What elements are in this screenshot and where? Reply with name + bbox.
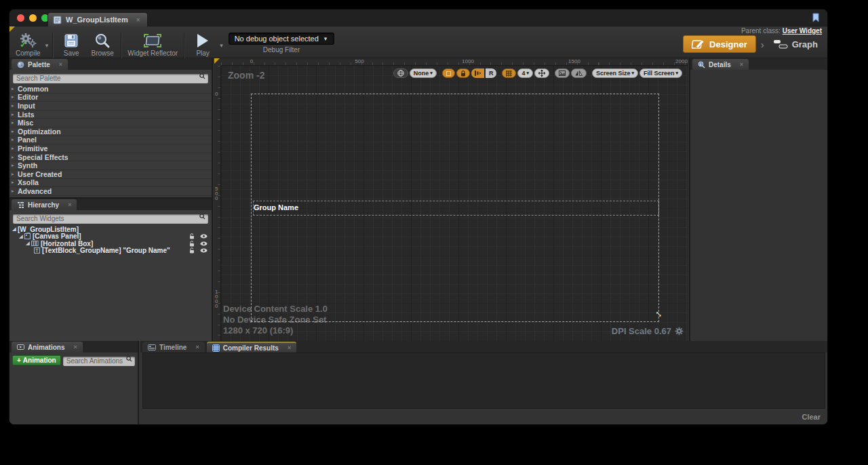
expander-icon[interactable]: ▸: [12, 163, 18, 168]
expander-icon[interactable]: ◢: [11, 226, 18, 232]
grid-size-dropdown[interactable]: 4▾: [517, 68, 533, 78]
expander-icon[interactable]: ▸: [12, 171, 18, 177]
palette-category-primitive[interactable]: ▸Primitive: [9, 144, 212, 153]
animations-tab[interactable]: Animations ×: [12, 342, 83, 352]
close-icon[interactable]: ×: [740, 61, 743, 68]
animations-panel: Animations × + Animation: [9, 341, 139, 424]
expander-icon[interactable]: ▸: [12, 94, 18, 100]
palette-category-synth[interactable]: ▸Synth: [9, 161, 212, 170]
palette-category-panel[interactable]: ▸Panel: [9, 136, 212, 145]
palette-category-user-created[interactable]: ▸User Created: [9, 170, 212, 179]
macos-minimize-button[interactable]: [29, 14, 37, 22]
screenshot-button[interactable]: [555, 68, 570, 78]
chevron-down-icon: ▾: [675, 70, 678, 76]
clear-button[interactable]: Clear: [802, 413, 821, 421]
visibility-eye-icon[interactable]: [200, 248, 208, 253]
preview-none-dropdown[interactable]: None▾: [410, 68, 437, 78]
asset-tab[interactable]: W_GroupListItem ×: [47, 12, 148, 26]
expander-icon[interactable]: ▸: [12, 86, 18, 92]
designer-canvas[interactable]: 0 500 1000 1500 2000 0 500 1000 Zoom -2: [214, 58, 688, 341]
expander-icon[interactable]: ▸: [12, 180, 18, 185]
fill-screen-dropdown[interactable]: Fill Screen▾: [639, 68, 682, 78]
grid-snap-toggle-button[interactable]: [502, 68, 516, 78]
animations-search-input[interactable]: [63, 357, 135, 366]
tree-row-root[interactable]: ◢ [W_GroupListItem]: [9, 226, 212, 233]
group-name-textblock[interactable]: Group Name: [254, 203, 298, 211]
localization-preview-button[interactable]: [393, 68, 408, 78]
add-animation-button[interactable]: + Animation: [12, 355, 61, 365]
expander-icon[interactable]: ▸: [12, 129, 18, 134]
palette-category-lists[interactable]: ▸Lists: [9, 110, 212, 119]
parent-class-link[interactable]: User Widget: [783, 27, 822, 35]
expander-icon[interactable]: ◢: [18, 234, 24, 239]
save-button[interactable]: Save: [56, 33, 87, 57]
unlock-icon[interactable]: [189, 247, 195, 254]
flip-preview-button[interactable]: [571, 68, 587, 78]
close-icon[interactable]: ×: [195, 344, 199, 350]
asset-tab-close-icon[interactable]: ×: [136, 16, 140, 24]
transform-mode-button[interactable]: [534, 68, 549, 78]
close-icon[interactable]: ×: [73, 344, 77, 350]
unlock-icon[interactable]: [189, 233, 195, 239]
visibility-eye-icon[interactable]: [200, 234, 208, 239]
palette-tab[interactable]: Palette ×: [12, 59, 68, 70]
visibility-eye-icon[interactable]: [200, 241, 208, 246]
palette-category-xsolla[interactable]: ▸Xsolla: [9, 179, 212, 188]
details-tab[interactable]: i Details ×: [692, 59, 749, 70]
tree-row-textblock[interactable]: T [TextBlock_GroupName] "Group Name": [9, 247, 212, 255]
expander-icon[interactable]: ▸: [12, 112, 18, 117]
graph-label: Graph: [792, 39, 818, 49]
expander-icon[interactable]: ▸: [12, 155, 18, 160]
screen-size-dropdown[interactable]: Screen Size▾: [592, 68, 638, 78]
respect-locks-toggle[interactable]: R: [471, 68, 497, 78]
titlebar: W_GroupListItem ×: [9, 9, 827, 26]
palette-search-input[interactable]: [13, 74, 208, 83]
debug-object-dropdown[interactable]: No debug object selected ▾: [229, 33, 335, 45]
tree-row-canvas-panel[interactable]: ◢ [Canvas Panel]: [9, 233, 212, 241]
macos-close-button[interactable]: [17, 14, 24, 22]
palette-category-editor[interactable]: ▸Editor: [9, 94, 212, 102]
palette-category-advanced[interactable]: ▸Advanced: [9, 187, 212, 196]
hierarchy-search-input[interactable]: [13, 214, 208, 224]
palette-category-input[interactable]: ▸Input: [9, 102, 212, 110]
designer-mode-button[interactable]: Designer: [683, 35, 756, 53]
close-icon[interactable]: ×: [288, 344, 291, 351]
compile-button[interactable]: ✓ Compile: [12, 33, 44, 57]
expander-icon[interactable]: ▸: [12, 188, 18, 194]
play-button[interactable]: Play: [187, 33, 218, 57]
hierarchy-tab[interactable]: Hierarchy ×: [12, 199, 77, 210]
expander-icon[interactable]: ▸: [12, 146, 18, 151]
svg-text:T: T: [35, 248, 39, 253]
compile-options-caret-icon[interactable]: ▾: [45, 42, 49, 49]
expander-icon[interactable]: ▸: [12, 103, 18, 108]
graph-icon: [773, 39, 788, 49]
expander-icon[interactable]: ▸: [12, 137, 18, 142]
close-icon[interactable]: ×: [59, 61, 62, 68]
toolbar-separator: [184, 33, 184, 58]
palette-category-optimization[interactable]: ▸Optimization: [9, 127, 212, 136]
timeline-tab[interactable]: Timeline ×: [142, 342, 205, 352]
horizontal-box-outline[interactable]: [253, 201, 659, 216]
palette-category-misc[interactable]: ▸Misc: [9, 119, 212, 127]
widget-reflector-button[interactable]: Widget Reflector: [124, 33, 181, 57]
dpi-settings-gear-icon[interactable]: [675, 327, 684, 336]
browse-button[interactable]: Browse: [87, 33, 118, 57]
close-icon[interactable]: ×: [68, 201, 71, 208]
outline-toggle-button[interactable]: [442, 68, 455, 78]
graph-mode-button[interactable]: Graph: [769, 36, 822, 52]
hierarchy-panel-header: Hierarchy ×: [9, 199, 212, 210]
animations-icon: [17, 344, 24, 350]
play-options-caret-icon[interactable]: ▾: [220, 42, 223, 49]
compiler-results-log[interactable]: [142, 352, 825, 409]
unreal-editor-window: W_GroupListItem × Parent class:User Widg…: [9, 9, 827, 424]
palette-category-common[interactable]: ▸Common: [9, 85, 212, 94]
expander-icon[interactable]: ▸: [12, 120, 18, 125]
design-surface[interactable]: Zoom -2 None▾ R: [221, 66, 688, 341]
unlock-icon[interactable]: [189, 241, 195, 247]
tree-row-horizontal-box[interactable]: ◢ [Horizontal Box]: [9, 240, 212, 247]
palette-category-special-effects[interactable]: ▸Special Effects: [9, 153, 212, 162]
lock-widgets-button[interactable]: [456, 68, 470, 78]
bookmark-flag-icon[interactable]: [811, 13, 821, 23]
expander-icon[interactable]: ◢: [24, 241, 31, 246]
compiler-results-tab[interactable]: Compiler Results ×: [207, 342, 297, 352]
